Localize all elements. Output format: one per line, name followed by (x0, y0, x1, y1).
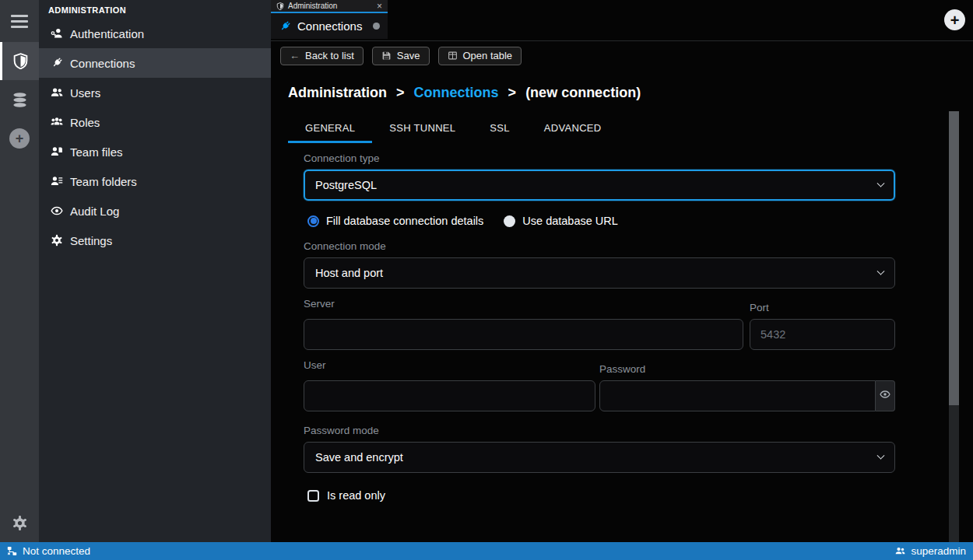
sidebar-item-label: Team files (70, 145, 123, 159)
form-tabs: GENERAL SSH TUNNEL SSL ADVANCED (288, 114, 973, 143)
connection-form: Connection type PostgreSQL Fill database… (304, 152, 895, 502)
sidebar-item-label: Connections (70, 57, 135, 70)
scrollbar-thumb[interactable] (949, 111, 959, 405)
current-user: superadmin (895, 545, 966, 557)
menu-button[interactable] (0, 0, 39, 42)
floppy-icon (381, 51, 392, 61)
close-icon[interactable]: × (377, 2, 382, 11)
server-input[interactable] (304, 319, 743, 350)
gear-icon (12, 515, 28, 531)
connection-status: Not connected (7, 545, 90, 557)
connection-type-label: Connection type (304, 152, 895, 164)
sidebar-item-team-folders[interactable]: Team folders (39, 166, 271, 196)
password-group (599, 380, 895, 411)
status-text: Not connected (23, 545, 90, 557)
shield-icon (12, 53, 29, 69)
sidebar-item-audit-log[interactable]: Audit Log (39, 196, 271, 226)
person-file-icon (50, 145, 64, 158)
sidebar-item-team-files[interactable]: Team files (39, 137, 271, 166)
tab-label: Connections (297, 19, 362, 33)
sidebar-item-connections[interactable]: Connections (39, 48, 271, 78)
sidebar-item-authentication[interactable]: Authentication (39, 19, 271, 48)
users-icon (895, 546, 905, 556)
radio-label: Fill database connection details (326, 215, 483, 227)
status-bar: Not connected superadmin (0, 542, 973, 560)
breadcrumb: Administration > Connections > (new conn… (288, 85, 973, 101)
rail-item-settings[interactable] (0, 503, 39, 542)
eye-icon (880, 389, 890, 403)
breadcrumb-administration: Administration (288, 85, 387, 100)
radio-fill-connection-details[interactable]: Fill database connection details (307, 215, 483, 227)
port-label: Port (750, 302, 895, 313)
modified-dot-icon (373, 23, 380, 30)
person-key-icon (50, 27, 64, 40)
tab-connections[interactable]: Connections (271, 13, 388, 39)
tab-administration[interactable]: Administration × (271, 0, 388, 13)
connection-mode-select[interactable]: Host and port (304, 257, 895, 289)
sidebar-item-settings[interactable]: Settings (39, 226, 271, 255)
rail-item-databases[interactable] (0, 80, 39, 119)
connection-mode-label: Connection mode (304, 240, 895, 252)
read-only-checkbox[interactable] (307, 490, 319, 502)
username-text: superadmin (911, 545, 966, 557)
button-label: Open table (463, 50, 513, 61)
plug-icon (279, 20, 291, 33)
server-label: Server (304, 298, 743, 313)
breadcrumb-connections[interactable]: Connections (414, 85, 499, 100)
radio-label: Use database URL (522, 215, 618, 227)
password-mode-label: Password mode (304, 425, 895, 436)
select-value: Save and encrypt (315, 451, 403, 464)
scrollbar-track[interactable] (949, 111, 959, 542)
password-mode-select[interactable]: Save and encrypt (304, 442, 895, 473)
plus-circle-icon: + (9, 128, 30, 149)
sidebar-item-label: Roles (70, 116, 100, 129)
password-input[interactable] (599, 380, 876, 411)
read-only-row: Is read only (307, 489, 895, 502)
radio-unchecked-icon (504, 215, 515, 227)
select-value: Host and port (315, 267, 383, 279)
sidebar-item-users[interactable]: Users (39, 78, 271, 107)
rail-item-add-connection[interactable]: + (0, 119, 39, 158)
button-label: Save (397, 50, 420, 61)
read-only-label: Is read only (327, 489, 385, 502)
gear-icon (50, 234, 64, 247)
rail-item-administration[interactable] (0, 42, 39, 80)
connection-type-select[interactable]: PostgreSQL (304, 170, 895, 201)
database-icon (12, 92, 28, 108)
sidebar-item-label: Users (70, 86, 100, 100)
show-password-button[interactable] (876, 380, 895, 411)
breadcrumb-separator: > (396, 85, 405, 100)
back-to-list-button[interactable]: ← Back to list (280, 47, 364, 65)
tab-label: Administration (288, 2, 373, 10)
main-panel: Administration × Connections + ← Back to… (271, 0, 973, 542)
users-icon (50, 86, 64, 99)
eye-icon (50, 205, 64, 217)
user-label: User (304, 359, 595, 375)
sidebar-item-label: Settings (70, 234, 112, 247)
admin-sidebar: ADMINISTRATION Authentication Connection… (39, 0, 271, 542)
tab-ssl[interactable]: SSL (472, 114, 526, 143)
icon-rail: + (0, 0, 39, 542)
tab-advanced[interactable]: ADVANCED (527, 114, 619, 143)
open-table-button[interactable]: Open table (438, 47, 522, 65)
sidebar-item-roles[interactable]: Roles (39, 107, 271, 137)
app-window: + ADMINISTRATION Authentication Connecti… (0, 0, 973, 542)
password-label: Password (599, 363, 895, 375)
table-icon (448, 51, 458, 61)
user-input[interactable] (304, 380, 595, 411)
port-input[interactable] (750, 319, 895, 350)
chevron-down-icon (877, 451, 885, 459)
tab-general[interactable]: GENERAL (288, 114, 372, 143)
save-button[interactable]: Save (372, 47, 430, 65)
button-label: Back to list (305, 50, 354, 61)
toolbar: ← Back to list Save Open table (271, 40, 973, 70)
radio-use-database-url[interactable]: Use database URL (504, 215, 618, 227)
chevron-down-icon (877, 267, 885, 275)
arrow-left-icon: ← (290, 51, 300, 61)
tab-ssh-tunnel[interactable]: SSH TUNNEL (372, 114, 472, 143)
tab-strip: Administration × Connections + (271, 0, 973, 40)
breadcrumb-new-connection: (new connection) (525, 85, 641, 100)
person-lines-icon (50, 175, 64, 187)
add-tab-button[interactable]: + (944, 9, 965, 30)
shield-icon (276, 2, 284, 10)
